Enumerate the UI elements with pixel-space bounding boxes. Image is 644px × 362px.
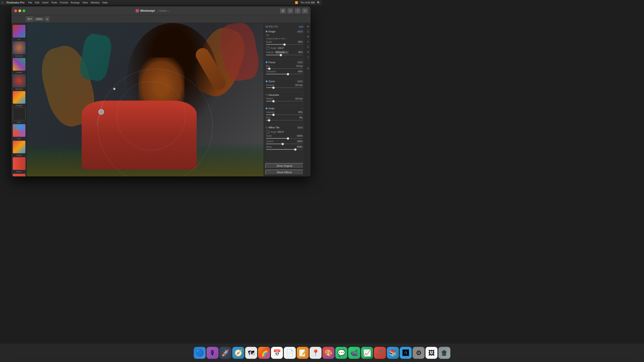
menu-view[interactable]: View (82, 1, 88, 4)
menu-help[interactable]: Help (102, 1, 108, 4)
eraser-tool[interactable]: ◫ (306, 44, 310, 49)
export-btn[interactable]: ↗ (288, 8, 293, 13)
menu-tools[interactable]: Tools (51, 1, 57, 4)
layer-item-halo[interactable]: Halo (13, 124, 26, 140)
paint-tool[interactable]: ✏ (306, 39, 310, 44)
affine-scale-slider[interactable] (266, 138, 303, 139)
titlebar-controls: ⊞ ↗ ⤴ ≡ (280, 8, 308, 13)
effect-grain-header[interactable]: Grain — (265, 106, 304, 111)
apple-menu-icon[interactable]:  (2, 1, 3, 4)
opacity-mode[interactable]: (Normal) — (275, 51, 289, 54)
effect-affinetile-badge[interactable]: EDIT (297, 126, 303, 129)
cursor-tool[interactable]: ↖ (306, 24, 310, 28)
size-slider[interactable] (266, 120, 303, 121)
skew-thumb[interactable] (294, 148, 296, 151)
intensity-slider[interactable] (266, 114, 303, 115)
effect-grain-name: Grain (268, 107, 300, 110)
layer-item-triangle[interactable]: Triangle (13, 91, 26, 107)
stretch-thumb[interactable] (282, 143, 284, 145)
app-name[interactable]: Pixelmator Pro (7, 1, 24, 4)
intensity-thumb[interactable] (272, 114, 274, 116)
effect-zoom-badge[interactable]: EDIT (297, 80, 303, 83)
stretch-label: Stretch (266, 140, 274, 143)
more-btn[interactable]: ≡ (302, 8, 308, 13)
minimize-button[interactable] (18, 9, 21, 12)
layer-item-atari[interactable]: Atari (13, 108, 26, 123)
transition-slider[interactable] (266, 74, 303, 74)
layer-item-gaussian[interactable]: Gaussian (13, 41, 26, 57)
zoom-display[interactable]: 100% (34, 17, 44, 21)
affine-scale-row: Scale 416% (266, 135, 303, 137)
stretch-slider[interactable] (266, 144, 303, 144)
skew-slider[interactable] (266, 149, 303, 150)
angle-label: Angle (271, 47, 277, 49)
menu-format[interactable]: Format (60, 1, 68, 4)
effect-gaussian-name: Gaussian (268, 93, 300, 96)
layer-item-crystall[interactable]: Crystall (13, 58, 26, 73)
menu-window[interactable]: Window (90, 1, 100, 4)
menu-file[interactable]: File (28, 1, 32, 4)
effect-focus-dot (266, 61, 268, 63)
maximize-button[interactable] (22, 9, 25, 12)
show-original-btn[interactable]: Show Original (265, 163, 304, 169)
transition-value: 60% (298, 70, 303, 73)
search-icon[interactable]: 🔍 (317, 1, 320, 4)
layer-item-op[interactable]: Op (13, 25, 26, 40)
view-mode-btn[interactable]: ⊞ ▾ (26, 16, 34, 22)
effect-zoom-header[interactable]: Zoom EDIT (265, 79, 304, 83)
focus-handle[interactable] (98, 109, 104, 115)
close-button[interactable] (14, 9, 17, 12)
titlebar-center: Windswept — Edited — (27, 9, 278, 12)
opacity-slider[interactable] (266, 55, 303, 55)
radius-slider[interactable] (266, 101, 303, 102)
divider-1 (265, 59, 304, 59)
canvas-area[interactable] (27, 23, 264, 177)
menu-arrange[interactable]: Arrange (70, 1, 80, 4)
layer-item-mandala[interactable]: Mandala (13, 74, 26, 90)
effect-affinetile-dot (266, 127, 268, 128)
layer-item-comics[interactable]: Image (13, 141, 26, 156)
eye-dropper-tool[interactable]: ⊕ (306, 66, 310, 70)
view-toggle-btn[interactable]: ⊞ (280, 8, 286, 13)
effect-image-badge[interactable]: EDIT (297, 30, 303, 33)
amount-thumb[interactable] (272, 87, 274, 89)
scale-thumb[interactable] (283, 43, 286, 46)
bottom-buttons: Show Original Reset Effects (264, 162, 305, 177)
type-tool[interactable]: T (306, 56, 310, 60)
effect-affinetile-header[interactable]: Affine Tile EDIT (265, 125, 304, 130)
effect-gaussian-header[interactable]: Gaussian — (265, 93, 304, 97)
radius-value: 10.0 px (295, 97, 303, 100)
fill-tool[interactable]: ◈ (306, 50, 310, 54)
opacity-thumb[interactable] (280, 54, 282, 56)
amount-slider[interactable] (266, 87, 303, 88)
affine-scale-label: Scale (266, 135, 272, 137)
amount-row: Amount 20.0 px (266, 84, 303, 86)
transition-thumb[interactable] (287, 73, 289, 75)
menubar-right: 📶 Thu 9:41 AM 🔍 (295, 1, 320, 4)
blur-slider[interactable] (266, 68, 303, 69)
crop-tool[interactable]: ⊡ (306, 29, 310, 33)
menu-insert[interactable]: Insert (42, 1, 48, 4)
menu-edit[interactable]: Edit (35, 1, 39, 4)
angle-circle[interactable] (266, 46, 270, 50)
effect-focus-header[interactable]: Focus EDIT (265, 60, 304, 64)
size-thumb[interactable] (268, 119, 270, 122)
add-layer-btn[interactable]: + (44, 16, 50, 21)
reset-effects-btn[interactable]: Reset Effects (265, 170, 304, 175)
move-tool[interactable]: ✥ (306, 34, 310, 39)
share-btn[interactable]: ⤴ (295, 8, 300, 13)
effect-focus-badge[interactable]: EDIT (297, 61, 303, 64)
effect-image-header[interactable]: Image EDIT (265, 29, 304, 33)
radius-thumb[interactable] (272, 100, 274, 102)
scale-slider[interactable] (266, 44, 303, 45)
effects-add-btn[interactable]: Add (298, 25, 303, 28)
affine-scale-thumb[interactable] (287, 137, 289, 140)
effect-gaussian-dot (266, 94, 268, 96)
layer-item-red[interactable]: Red (13, 174, 26, 177)
affine-angle-circle[interactable] (266, 130, 270, 134)
effects-panel-scroll: EFFECTS Add Image EDIT Op Image (Scale t (264, 23, 305, 162)
blur-thumb[interactable] (268, 67, 270, 70)
layer-item-motion[interactable]: Motion (13, 157, 26, 173)
stretch-value: 160% (297, 140, 303, 143)
image-op-label: Op (266, 34, 269, 36)
